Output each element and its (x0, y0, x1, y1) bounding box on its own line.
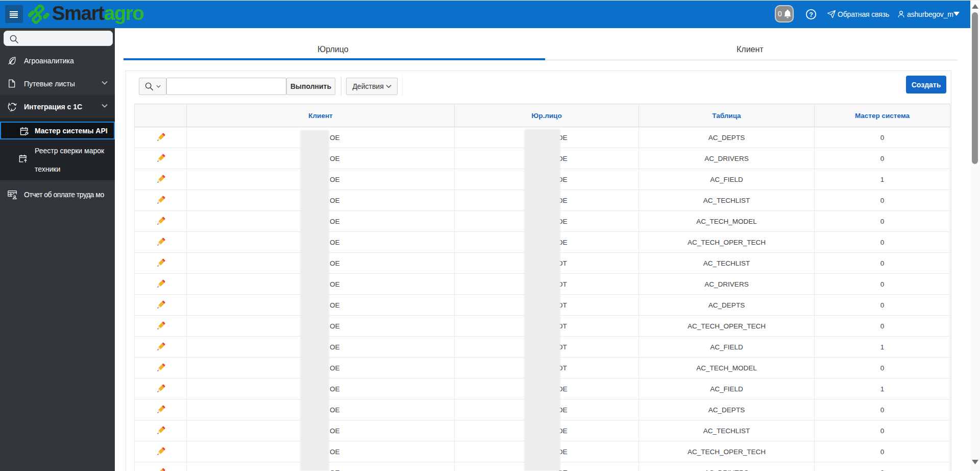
svg-text:?: ? (809, 11, 813, 18)
